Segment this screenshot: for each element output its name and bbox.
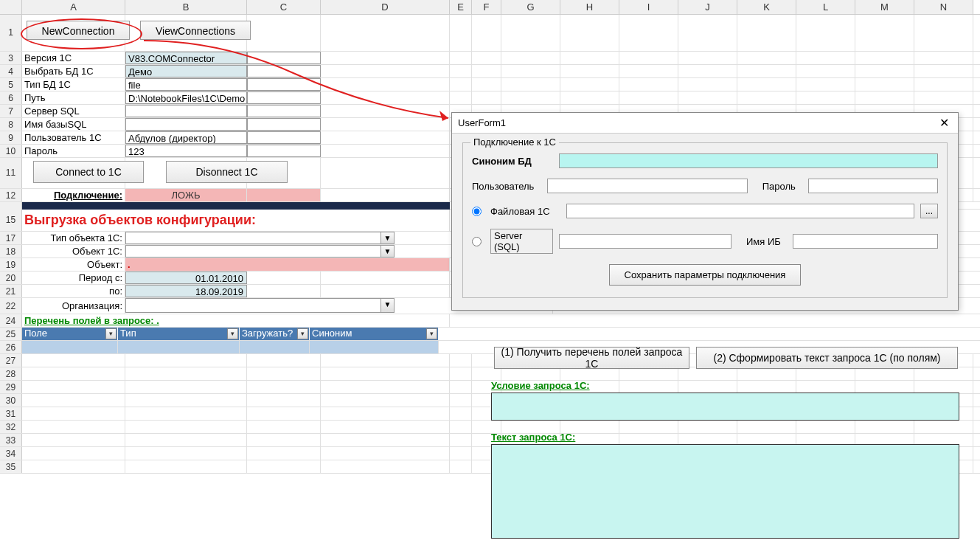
col-header-H[interactable]: H <box>560 0 619 14</box>
label-object-1c: Объект 1С: <box>22 245 125 257</box>
object-1c-dropdown[interactable]: ▼ <box>125 245 395 257</box>
row-header-17[interactable]: 17 <box>0 232 22 244</box>
row-header-31[interactable]: 31 <box>0 407 22 420</box>
dialog-password-input[interactable] <box>808 179 938 193</box>
server-sql-radio[interactable] <box>472 237 482 246</box>
row-header-32[interactable]: 32 <box>0 421 22 433</box>
view-connections-button[interactable]: ViewConnections <box>140 21 251 40</box>
server-sql-input[interactable] <box>559 234 731 249</box>
filter-arrow-icon[interactable]: ▾ <box>227 328 238 339</box>
table-cell[interactable] <box>240 341 310 353</box>
dialog-user-input[interactable] <box>547 179 748 193</box>
get-fields-button[interactable]: (1) Получить перечень полей запроса 1С <box>494 347 689 369</box>
row-header-15[interactable]: 15 <box>0 210 22 231</box>
period-to-value[interactable]: 18.09.2019 <box>125 285 247 297</box>
col-header-I[interactable]: I <box>619 0 678 14</box>
label-object-type: Тип объекта 1С: <box>22 232 125 244</box>
filter-arrow-icon[interactable]: ▾ <box>297 328 308 339</box>
col-header-C[interactable]: C <box>247 0 321 14</box>
filter-arrow-icon[interactable]: ▾ <box>426 328 437 339</box>
table-cell[interactable] <box>118 341 240 353</box>
row-header-27[interactable]: 27 <box>0 354 22 367</box>
row-header-24[interactable]: 24 <box>0 314 22 327</box>
row-header-7[interactable]: 7 <box>0 105 22 117</box>
col-header-J[interactable]: J <box>678 0 737 14</box>
organization-dropdown[interactable]: ▼ <box>125 298 395 313</box>
close-icon[interactable]: ✕ <box>936 116 952 130</box>
new-connection-button[interactable]: NewConnection <box>27 21 130 40</box>
table-header-synonym[interactable]: Синоним▾ <box>310 328 439 340</box>
col-header-D[interactable]: D <box>321 0 450 14</box>
query-condition-label: Условие запроса 1С: <box>491 380 590 391</box>
row-header-11[interactable]: 11 <box>0 158 22 188</box>
value-sql-db-name[interactable] <box>125 118 247 131</box>
object-value[interactable]: . <box>125 258 450 271</box>
value-password[interactable]: 123 <box>125 145 247 157</box>
row-header-21[interactable]: 21 <box>0 285 22 297</box>
label-synonym-db: Синоним БД <box>472 156 553 167</box>
row-header-8[interactable]: 8 <box>0 118 22 131</box>
col-header-N[interactable]: N <box>914 0 973 14</box>
row-header-1[interactable]: 1 <box>0 15 22 51</box>
row-header-19[interactable]: 19 <box>0 258 22 271</box>
col-header-L[interactable]: L <box>796 0 855 14</box>
row-header-18[interactable]: 18 <box>0 245 22 257</box>
save-params-button[interactable]: Сохранить параметры подключения <box>609 264 802 286</box>
query-condition-box[interactable] <box>491 393 959 421</box>
row-header-6[interactable]: 6 <box>0 91 22 104</box>
ib-name-input[interactable] <box>793 234 938 249</box>
table-header-load[interactable]: Загружать?▾ <box>240 328 310 340</box>
col-header-G[interactable]: G <box>501 0 560 14</box>
value-version-1c[interactable]: V83.COMConnector <box>125 52 247 64</box>
row-header-25[interactable]: 25 <box>0 328 22 340</box>
value-sql-server[interactable] <box>125 105 247 117</box>
label-file-1c: Файловая 1С <box>490 206 560 217</box>
value-path[interactable]: D:\NotebookFiles\1C\Demo <box>125 91 247 104</box>
row-header-5[interactable]: 5 <box>0 78 22 91</box>
value-select-db[interactable]: Демо <box>125 65 247 77</box>
row-header-3[interactable]: 3 <box>0 52 22 64</box>
col-header-A[interactable]: A <box>22 0 125 14</box>
row-header-10[interactable]: 10 <box>0 145 22 157</box>
query-text-box[interactable] <box>491 444 959 539</box>
table-header-type[interactable]: Тип▾ <box>118 328 240 340</box>
label-sql-db-name: Имя базыSQL <box>22 118 125 131</box>
table-header-field[interactable]: Поле▾ <box>22 328 118 340</box>
value-user-1c[interactable]: Абдулов (директор) <box>125 131 247 144</box>
synonym-db-input[interactable] <box>559 153 938 168</box>
row-header-26[interactable]: 26 <box>0 341 22 353</box>
row-header-34[interactable]: 34 <box>0 447 22 460</box>
table-cell[interactable] <box>22 341 118 353</box>
row-header-30[interactable]: 30 <box>0 394 22 407</box>
row-header-12[interactable]: 12 <box>0 189 22 201</box>
form-query-text-button[interactable]: (2) Сформировать текст запроса 1С (по по… <box>696 347 958 369</box>
export-heading: Выгрузка объектов конфигурации: <box>24 212 256 227</box>
disconnect-1c-button[interactable]: Disonnect 1C <box>166 161 288 183</box>
col-header-B[interactable]: B <box>125 0 247 14</box>
row-header-9[interactable]: 9 <box>0 131 22 144</box>
row-header-22[interactable]: 22 <box>0 298 22 314</box>
row-header-33[interactable]: 33 <box>0 434 22 446</box>
row-header-29[interactable]: 29 <box>0 381 22 393</box>
filter-arrow-icon[interactable]: ▾ <box>105 328 117 339</box>
row-header-35[interactable]: 35 <box>0 460 22 473</box>
connection-status: ЛОЖЬ <box>125 189 247 201</box>
browse-button[interactable]: ... <box>920 204 938 218</box>
query-text-label: Текст запроса 1С: <box>491 432 575 443</box>
row-header-4[interactable]: 4 <box>0 65 22 77</box>
label-ib-name: Имя ИБ <box>746 236 787 247</box>
value-db-type[interactable]: file <box>125 78 247 91</box>
period-from-value[interactable]: 01.01.2010 <box>125 272 247 284</box>
row-header-20[interactable]: 20 <box>0 272 22 284</box>
col-header-K[interactable]: K <box>737 0 796 14</box>
row-header-28[interactable]: 28 <box>0 367 22 380</box>
col-header-E[interactable]: E <box>450 0 472 14</box>
label-sql-server: Сервер SQL <box>22 105 125 117</box>
fieldset-legend: Подключение к 1С <box>470 136 559 148</box>
object-type-dropdown[interactable]: ▼ <box>125 232 395 244</box>
col-header-F[interactable]: F <box>472 0 501 14</box>
file-1c-radio[interactable] <box>472 207 482 216</box>
col-header-M[interactable]: M <box>855 0 914 14</box>
table-cell[interactable] <box>310 341 439 353</box>
file-path-input[interactable] <box>566 204 914 218</box>
